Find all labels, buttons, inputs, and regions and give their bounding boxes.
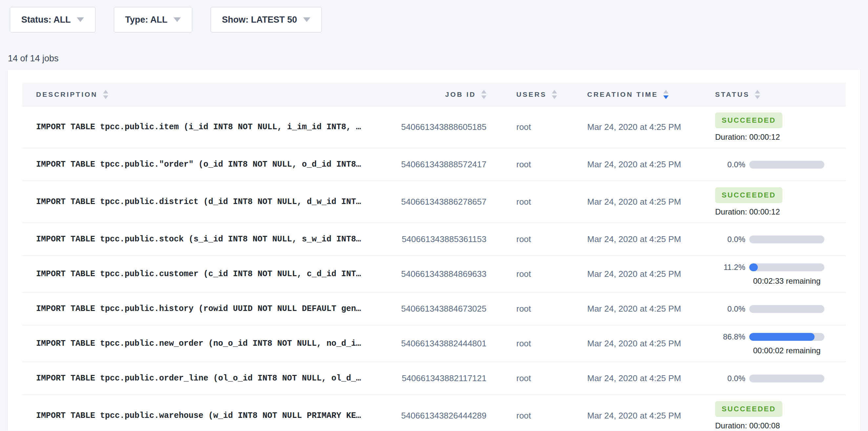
job-creation-time: Mar 24, 2020 at 4:25 PM [587,197,715,207]
job-creation-time: Mar 24, 2020 at 4:25 PM [587,159,715,170]
job-status-cell: 0.0% [715,300,846,318]
jobs-count: 14 of 14 jobs [8,54,868,64]
job-creation-time: Mar 24, 2020 at 4:25 PM [587,411,715,421]
job-creation-time: Mar 24, 2020 at 4:25 PM [587,269,715,279]
status-filter-label: Status: ALL [21,15,71,25]
table-row: IMPORT TABLE tpcc.public.order_line (ol_… [22,362,846,395]
chevron-down-icon [303,18,310,22]
status-duration: Duration: 00:00:08 [715,421,780,430]
job-description: IMPORT TABLE tpcc.public.stock (s_i_id I… [22,235,374,244]
job-id: 540661343886278657 [374,197,512,207]
column-header-users[interactable]: USERS [512,90,587,99]
column-header-creation-time[interactable]: CREATION TIME [587,90,715,99]
status-filter-dropdown[interactable]: Status: ALL [10,7,95,32]
job-progress: 0.0% [715,235,825,244]
progress-bar [749,161,825,168]
progress-bar-fill [749,264,758,271]
job-id: 540661343888572417 [374,159,512,170]
table-row: IMPORT TABLE tpcc.public.district (d_id … [22,181,846,223]
job-status-cell: SUCCEEDEDDuration: 00:00:12 [715,108,846,146]
jobs-table-card: DESCRIPTION JOB ID USERS CREATION TIME S… [8,70,860,431]
progress-percent: 0.0% [715,374,745,383]
column-label: USERS [516,91,547,98]
progress-percent: 0.0% [715,304,745,314]
job-status-cell: 11.2%00:02:33 remaining [715,258,846,290]
column-header-job-id[interactable]: JOB ID [374,90,512,99]
table-row: IMPORT TABLE tpcc.public."order" (o_id I… [22,148,846,181]
job-id: 540661343888605185 [374,122,512,132]
job-description: IMPORT TABLE tpcc.public.order_line (ol_… [22,374,374,383]
table-row: IMPORT TABLE tpcc.public.stock (s_i_id I… [22,223,846,256]
progress-remaining: 00:02:33 remaining [749,277,825,286]
job-id: 540661343826444289 [374,411,512,421]
column-label: DESCRIPTION [36,91,98,98]
job-id: 540661343884673025 [374,304,512,314]
show-filter-dropdown[interactable]: Show: LATEST 50 [211,7,322,32]
show-filter-label: Show: LATEST 50 [222,15,297,25]
table-row: IMPORT TABLE tpcc.public.item (i_id INT8… [22,106,846,148]
column-header-status[interactable]: STATUS [715,90,846,99]
status-badge: SUCCEEDED [715,401,782,417]
job-user: root [512,269,587,279]
job-progress: 86.8% [715,332,825,341]
job-id: 540661343882444801 [374,339,512,349]
job-progress: 0.0% [715,160,825,169]
job-creation-time: Mar 24, 2020 at 4:25 PM [587,234,715,244]
status-badge: SUCCEEDED [715,113,782,128]
status-badge: SUCCEEDED [715,187,782,203]
status-duration: Duration: 00:00:12 [715,132,780,142]
column-label: CREATION TIME [587,91,658,98]
job-description: IMPORT TABLE tpcc.public.district (d_id … [22,197,374,207]
column-label: JOB ID [445,91,476,98]
jobs-table-body: IMPORT TABLE tpcc.public.item (i_id INT8… [22,106,846,431]
table-row: IMPORT TABLE tpcc.public.new_order (no_o… [22,326,846,362]
job-description: IMPORT TABLE tpcc.public.warehouse (w_id… [22,411,374,421]
job-user: root [512,159,587,170]
type-filter-label: Type: ALL [125,15,167,25]
sort-icon [755,90,760,99]
sort-icon [103,90,108,99]
job-creation-time: Mar 24, 2020 at 4:25 PM [587,373,715,383]
progress-bar [749,333,825,341]
filters-bar: Status: ALL Type: ALL Show: LATEST 50 [0,0,868,32]
job-progress: 0.0% [715,304,825,314]
job-description: IMPORT TABLE tpcc.public.new_order (no_o… [22,339,374,348]
job-status-cell: 86.8%00:00:02 remaining [715,328,846,360]
progress-bar [749,236,825,243]
chevron-down-icon [174,18,181,22]
progress-percent: 0.0% [715,160,745,169]
sort-icon [552,90,557,99]
job-creation-time: Mar 24, 2020 at 4:25 PM [587,304,715,314]
job-creation-time: Mar 24, 2020 at 4:25 PM [587,122,715,132]
table-row: IMPORT TABLE tpcc.public.customer (c_id … [22,256,846,293]
job-description: IMPORT TABLE tpcc.public.customer (c_id … [22,269,374,279]
job-id: 540661343885361153 [374,234,512,244]
progress-bar-fill [749,333,814,341]
progress-percent: 0.0% [715,235,745,244]
job-user: root [512,197,587,207]
progress-percent: 86.8% [715,332,745,341]
progress-percent: 11.2% [715,263,745,272]
job-id: 540661343882117121 [374,373,512,383]
job-user: root [512,339,587,349]
job-user: root [512,304,587,314]
progress-bar [749,375,825,382]
status-duration: Duration: 00:00:12 [715,207,780,216]
job-user: root [512,373,587,383]
type-filter-dropdown[interactable]: Type: ALL [114,7,192,32]
progress-bar [749,305,825,313]
progress-bar [749,264,825,271]
table-header: DESCRIPTION JOB ID USERS CREATION TIME S… [22,83,846,106]
column-label: STATUS [715,91,750,98]
sort-icon-active [663,90,669,99]
job-progress: 11.2% [715,263,825,272]
job-status-cell: 0.0% [715,369,846,388]
sort-icon [481,90,487,99]
job-user: root [512,122,587,132]
job-status-cell: 0.0% [715,155,846,174]
column-header-description[interactable]: DESCRIPTION [22,90,374,99]
job-description: IMPORT TABLE tpcc.public.item (i_id INT8… [22,122,374,132]
job-id: 540661343884869633 [374,269,512,279]
job-progress: 0.0% [715,374,825,383]
job-status-cell: 0.0% [715,230,846,249]
